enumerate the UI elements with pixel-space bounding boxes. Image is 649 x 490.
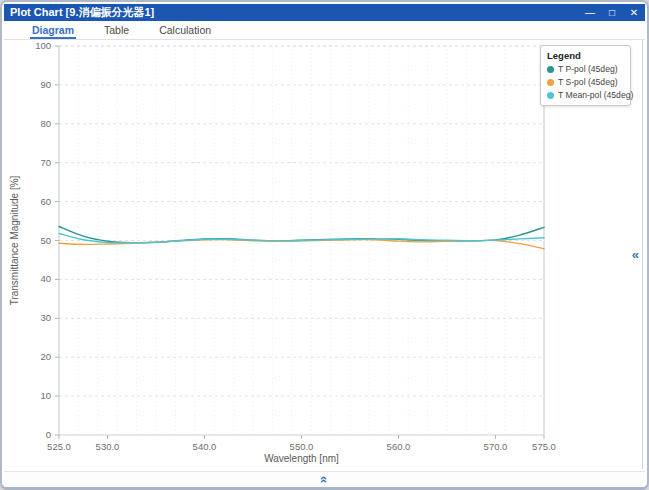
x-tick-label: 570.0 [484,441,508,452]
legend-label: T S-pol (45deg) [558,77,618,87]
y-tick-label: 60 [40,196,51,207]
tab-diagram[interactable]: Diagram [30,22,76,39]
legend-label: T Mean-pol (45deg) [558,90,633,100]
right-panel-splitter [642,40,643,469]
y-tick-label: 80 [40,118,51,129]
x-tick-label: 575.0 [532,441,556,452]
axes: 0102030405060708090100525.0530.0540.0550… [9,40,556,464]
y-tick-label: 50 [40,235,51,246]
window-controls: — □ ✕ [579,4,645,21]
chevron-up-double-icon[interactable]: « [318,476,331,483]
chart-area[interactable]: 0102030405060708090100525.0530.0540.0550… [2,40,649,490]
y-tick-label: 0 [46,429,51,440]
legend-title: Legend [547,50,624,61]
legend-item: T Mean-pol (45deg) [547,90,624,100]
titlebar: Plot Chart [9.消偏振分光器1] — □ ✕ [4,4,645,21]
y-tick-label: 100 [35,40,51,51]
window-title: Plot Chart [9.消偏振分光器1] [4,5,154,20]
x-tick-label: 525.0 [47,441,71,452]
plot-chart-window: Plot Chart [9.消偏振分光器1] — □ ✕ DiagramTabl… [0,0,649,490]
legend-item: T S-pol (45deg) [547,77,624,87]
legend-swatch [547,79,554,86]
legend-swatch [547,66,554,73]
y-tick-label: 20 [40,351,51,362]
minimize-button[interactable]: — [579,4,601,21]
legend-swatch [547,92,554,99]
maximize-button[interactable]: □ [601,4,623,21]
close-button[interactable]: ✕ [623,4,645,21]
x-tick-label: 530.0 [96,441,120,452]
x-tick-label: 560.0 [387,441,411,452]
legend-item: T P-pol (45deg) [547,64,624,74]
legend: Legend T P-pol (45deg)T S-pol (45deg)T M… [540,45,631,106]
legend-label: T P-pol (45deg) [558,64,618,74]
x-tick-label: 550.0 [290,441,314,452]
y-tick-label: 30 [40,312,51,323]
y-tick-label: 90 [40,79,51,90]
tabbar: DiagramTableCalculation [4,21,645,40]
tab-table[interactable]: Table [102,22,131,39]
bottom-panel-bar: « [4,471,645,487]
y-axis-label: Transmittance Magnitude [%] [9,175,20,305]
y-tick-label: 70 [40,157,51,168]
chevron-left-double-icon[interactable]: « [632,248,639,261]
y-tick-label: 10 [40,390,51,401]
tab-calculation[interactable]: Calculation [157,22,213,39]
y-tick-label: 40 [40,273,51,284]
x-tick-label: 540.0 [193,441,217,452]
x-axis-label: Wavelength [nm] [264,453,339,464]
